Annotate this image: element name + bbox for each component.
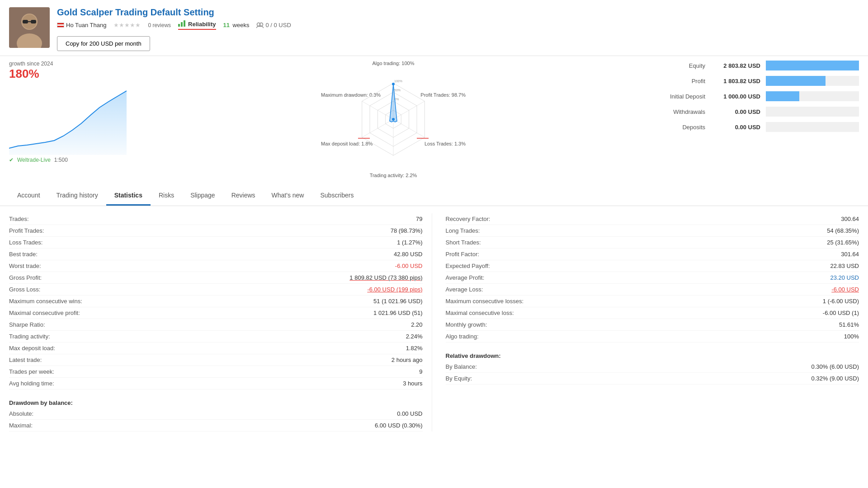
stat-item-recovery: Recovery Factor: 300.64 xyxy=(446,213,859,225)
stat-item-long-trades: Long Trades: 54 (68.35%) xyxy=(446,225,859,237)
tab-slippage[interactable]: Slippage xyxy=(182,186,223,206)
profit-factor-value: 301.64 xyxy=(841,251,859,258)
trades-label: Trades: xyxy=(9,216,29,222)
expected-payoff-label: Expected Payoff: xyxy=(446,263,490,269)
loss-trades-stat-value: 1 (1.27%) xyxy=(397,239,422,246)
reviews-count: 0 reviews xyxy=(148,22,171,28)
stat-item-gross-profit: Gross Profit: 1 809.82 USD (73 380 pips) xyxy=(9,272,423,284)
verified-icon: ✔ xyxy=(9,157,14,163)
deposits-bar-container xyxy=(766,122,859,132)
growth-chart xyxy=(9,83,127,155)
gross-profit-value: 1 809.82 USD (73 380 pips) xyxy=(349,274,422,281)
trades-per-week-value: 9 xyxy=(419,368,422,375)
gross-loss-label: Gross Loss: xyxy=(9,286,40,293)
withdrawals-row: Withdrawals 0.00 USD xyxy=(651,107,859,117)
max-cons-profit-value: 1 021.96 USD (51) xyxy=(373,310,422,316)
long-trades-label: Long Trades: xyxy=(446,227,480,234)
stat-item-trading-activity: Trading activity: 2.24% xyxy=(9,331,423,343)
stat-item-max-cons-loss: Maximal consecutive loss: -6.00 USD (1) xyxy=(446,307,859,319)
abs-drawdown-value: 0.00 USD xyxy=(397,410,422,417)
profit-label: Profit xyxy=(651,78,705,84)
monthly-growth-value: 51.61% xyxy=(839,321,859,328)
svg-rect-8 xyxy=(181,22,183,27)
equity-bar xyxy=(766,61,859,70)
tabs-nav: Account Trading history Statistics Risks… xyxy=(0,186,868,206)
stat-item-trades-per-week: Trades per week: 9 xyxy=(9,366,423,378)
profit-row: Profit 1 803.82 USD xyxy=(651,76,859,86)
stat-item-short-trades: Short Trades: 25 (31.65%) xyxy=(446,237,859,249)
worst-trade-value: -6.00 USD xyxy=(395,263,423,269)
profit-trades-stat-label: Profit Trades: xyxy=(9,227,44,234)
stat-item-max-cons-wins: Maximum consecutive wins: 51 (1 021.96 U… xyxy=(9,296,423,307)
svg-rect-9 xyxy=(184,20,185,27)
equity-label: Equity xyxy=(651,62,705,69)
trades-value: 79 xyxy=(416,216,422,222)
algo-trading-label: Algo trading: 100% xyxy=(373,61,415,66)
profit-trades-stat-value: 78 (98.73%) xyxy=(391,227,423,234)
stats-col-right: Recovery Factor: 300.64 Long Trades: 54 … xyxy=(432,213,859,432)
tab-reviews[interactable]: Reviews xyxy=(223,186,264,206)
stat-item-by-balance: By Balance: 0.30% (6.00 USD) xyxy=(446,361,859,373)
tab-whats-new[interactable]: What's new xyxy=(264,186,312,206)
page-title: Gold Scalper Trading Default Setting xyxy=(57,7,859,18)
stat-item-avg-profit: Average Profit: 23.20 USD xyxy=(446,272,859,284)
relative-drawdown-header: Relative drawdown: xyxy=(446,348,859,361)
stat-item-worst-trade: Worst trade: -6.00 USD xyxy=(9,260,423,272)
best-trade-label: Best trade: xyxy=(9,251,38,258)
stat-item-profit-factor: Profit Factor: 301.64 xyxy=(446,249,859,260)
avatar xyxy=(9,7,50,48)
avg-holding-label: Avg holding time: xyxy=(9,380,54,387)
center-panel: Algo trading: 100% Profit Trades: 98.7% … xyxy=(145,56,642,183)
deposits-label: Deposits xyxy=(651,124,705,131)
tab-account[interactable]: Account xyxy=(9,186,48,206)
subscribers-value: 0 / 0 USD xyxy=(265,22,291,28)
tab-risks[interactable]: Risks xyxy=(151,186,182,206)
long-trades-value: 54 (68.35%) xyxy=(827,227,859,234)
stat-item-algo-trading: Algo trading: 100% xyxy=(446,331,859,343)
broker-info: ✔ Weltrade-Live 1:500 xyxy=(9,157,136,163)
statistics-content: Trades: 79 Profit Trades: 78 (98.73%) Lo… xyxy=(0,206,868,439)
max-cons-loss-value: -6.00 USD (1) xyxy=(823,310,859,316)
stat-item-monthly-growth: Monthly growth: 51.61% xyxy=(446,319,859,331)
recovery-label: Recovery Factor: xyxy=(446,216,491,222)
initial-deposit-label: Initial Deposit xyxy=(651,93,705,100)
monthly-growth-label: Monthly growth: xyxy=(446,321,487,328)
stat-item-max-cons-losses: Maximum consecutive losses: 1 (-6.00 USD… xyxy=(446,296,859,307)
tab-trading-history[interactable]: Trading history xyxy=(48,186,106,206)
stat-item-max-drawdown: Maximal: 6.00 USD (0.30%) xyxy=(9,420,423,432)
stat-item-expected-payoff: Expected Payoff: 22.83 USD xyxy=(446,260,859,272)
reliability-label: Reliability xyxy=(188,21,216,28)
stat-item-best-trade: Best trade: 42.80 USD xyxy=(9,249,423,260)
stat-item-max-deposit: Max deposit load: 1.82% xyxy=(9,343,423,354)
chart-area xyxy=(9,83,136,155)
tab-statistics[interactable]: Statistics xyxy=(106,186,151,206)
max-cons-losses-value: 1 (-6.00 USD) xyxy=(823,298,859,305)
equity-row: Equity 2 803.82 USD xyxy=(651,61,859,70)
reliability-bars-icon xyxy=(178,20,186,28)
worst-trade-label: Worst trade: xyxy=(9,263,41,269)
svg-point-26 xyxy=(392,118,395,121)
growth-since-label: growth since 2024 xyxy=(9,61,136,67)
main-content: growth since 2024 180% ✔ Weltrade-Live 1… xyxy=(0,56,868,183)
vn-flag xyxy=(57,23,64,28)
sharpe-value: 2.20 xyxy=(411,321,422,328)
tab-subscribers[interactable]: Subscribers xyxy=(312,186,362,206)
reliability-badge: Reliability xyxy=(178,20,216,30)
by-equity-value: 0.32% (9.00 USD) xyxy=(811,375,859,382)
radar-container: Algo trading: 100% Profit Trades: 98.7% … xyxy=(321,61,466,178)
loss-trades-stat-label: Loss Trades: xyxy=(9,239,42,246)
abs-drawdown-label: Absolute: xyxy=(9,410,33,417)
stat-item-avg-holding: Avg holding time: 3 hours xyxy=(9,378,423,389)
leverage: 1:500 xyxy=(54,157,68,163)
weeks-label: weeks xyxy=(233,22,250,28)
stats-columns: Trades: 79 Profit Trades: 78 (98.73%) Lo… xyxy=(9,213,859,432)
max-drawdown-stat-value: 6.00 USD (0.30%) xyxy=(375,422,423,429)
expected-payoff-value: 22.83 USD xyxy=(830,263,859,269)
svg-point-27 xyxy=(392,83,395,85)
withdrawals-bar-container xyxy=(766,107,859,117)
svg-rect-5 xyxy=(31,20,36,23)
short-trades-value: 25 (31.65%) xyxy=(827,239,859,246)
avg-holding-value: 3 hours xyxy=(403,380,422,387)
copy-button[interactable]: Copy for 200 USD per month xyxy=(57,36,150,51)
by-equity-label: By Equity: xyxy=(446,375,472,382)
